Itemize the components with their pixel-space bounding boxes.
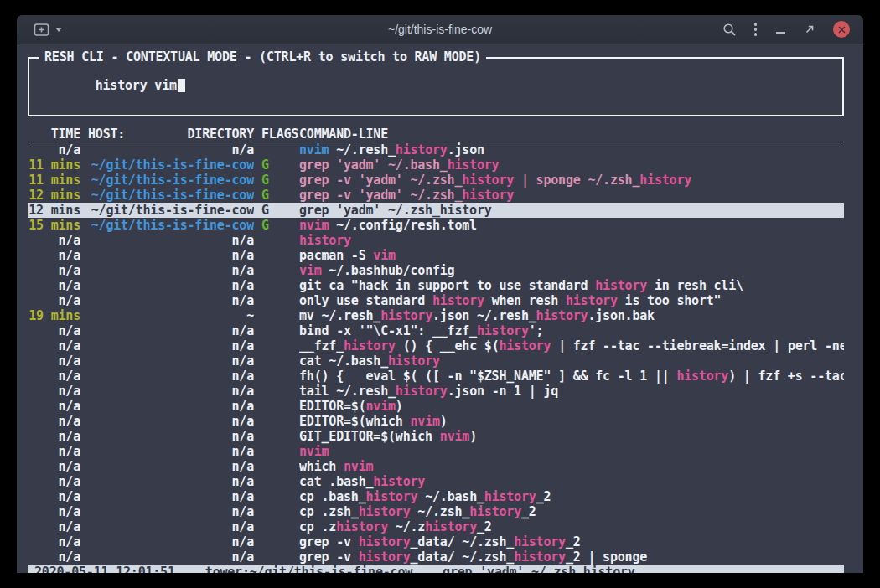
match-text: nvim — [299, 218, 329, 233]
row-command: vim ~/.bashhub/config — [299, 263, 844, 278]
row-host-directory: n/a — [88, 323, 254, 338]
row-flags — [261, 278, 292, 293]
row-host-directory: n/a — [88, 278, 254, 293]
command-text: _2 — [521, 504, 536, 519]
history-row[interactable]: n/an/acp .bash_history ~/.bash_history_2 — [28, 489, 844, 504]
restore-button[interactable] — [804, 23, 815, 35]
row-time: n/a — [28, 338, 80, 353]
row-flags — [261, 549, 292, 565]
history-row[interactable]: n/an/avim ~/.bashhub/config — [28, 263, 844, 278]
row-time: n/a — [28, 293, 80, 308]
row-flags — [261, 293, 292, 308]
row-host-directory: ~/git/this-is-fine-cow — [88, 188, 254, 203]
search-query-input[interactable]: history vim — [36, 63, 836, 108]
match-text: history — [299, 233, 351, 248]
row-host-directory: n/a — [88, 489, 254, 504]
row-time: n/a — [28, 459, 80, 474]
row-time: n/a — [28, 549, 80, 565]
history-row[interactable]: 19 mins~mv ~/.resh_history.json ~/.resh_… — [28, 308, 844, 323]
history-row[interactable]: 15 mins~/git/this-is-fine-cowGnvim ~/.co… — [28, 218, 844, 233]
close-button[interactable] — [833, 21, 850, 38]
command-text: ) — [440, 414, 448, 429]
row-command: nvim — [299, 444, 844, 459]
search-box[interactable]: RESH CLI - CONTEXTUAL MODE - (CTRL+R to … — [28, 57, 844, 116]
history-row[interactable]: n/an/anvim ~/.resh_history.json — [28, 142, 844, 157]
history-row[interactable]: n/an/aonly use standard history when res… — [28, 293, 844, 308]
match-text: history — [514, 549, 566, 565]
row-time: n/a — [28, 278, 80, 293]
row-time: 11 mins — [28, 157, 80, 173]
row-command: GIT_EDITOR=$(which nvim) — [299, 429, 844, 444]
terminal-window: ~/git/this-is-fine-cow — [17, 15, 863, 573]
new-tab-icon — [34, 23, 49, 37]
row-host-directory: n/a — [88, 504, 254, 519]
history-row[interactable]: n/an/agit ca "hack in support to use sta… — [28, 278, 844, 293]
history-row[interactable]: n/an/acat ~/.bash_history — [28, 353, 844, 369]
history-row[interactable]: n/an/aEDITOR=$(which nvim) — [28, 414, 844, 429]
row-time: n/a — [28, 369, 80, 384]
row-host-directory: n/a — [88, 519, 254, 534]
match-text: history — [425, 519, 477, 534]
history-row[interactable]: n/an/aGIT_EDITOR=$(which nvim) — [28, 429, 844, 444]
history-row[interactable]: n/an/acp .zhistory ~/.zhistory_2 — [28, 519, 844, 534]
history-row[interactable]: 12 mins~/git/this-is-fine-cowGgrep 'yadm… — [28, 203, 844, 218]
history-row[interactable]: n/an/afh() { eval $( ([ -n "$ZSH_NAME" ]… — [28, 369, 844, 384]
history-row[interactable]: n/an/agrep -v history_data/ ~/.zsh_histo… — [28, 534, 844, 549]
command-text: | fzf --tac --tiebreak=index | perl -ne — [551, 338, 844, 353]
row-command: grep 'yadm' ~/.zsh_history — [299, 203, 844, 218]
row-time: 11 mins — [28, 173, 80, 188]
tab-dropdown-button[interactable] — [55, 23, 62, 35]
row-host-directory: n/a — [88, 233, 254, 248]
history-row[interactable]: 11 mins~/git/this-is-fine-cowGgrep 'yadm… — [28, 157, 844, 173]
header-time: TIME — [28, 126, 80, 142]
search-button[interactable] — [722, 23, 737, 37]
row-flags — [261, 474, 292, 489]
row-host-directory: n/a — [88, 369, 254, 384]
match-text: history — [336, 519, 388, 534]
row-host-directory: n/a — [88, 399, 254, 414]
command-text: .json ~/.resh_ — [432, 308, 536, 323]
history-row[interactable]: n/an/apacman -S vim — [28, 248, 844, 263]
match-text: nvim — [440, 429, 469, 444]
row-command: cat .bash_history — [299, 474, 844, 489]
command-text: _2 — [536, 489, 551, 504]
row-host-directory: n/a — [88, 444, 254, 459]
match-text: history — [469, 504, 521, 519]
history-row[interactable]: 11 mins~/git/this-is-fine-cowGgrep -v 'y… — [28, 173, 844, 188]
history-row[interactable]: n/an/anvim — [28, 444, 844, 459]
row-command: nvim ~/.config/resh.toml — [299, 218, 844, 233]
command-text: .json.bak — [588, 308, 654, 323]
history-row[interactable]: n/an/abind -x '"\C-x1": __fzf_history'; — [28, 323, 844, 338]
kebab-menu-icon — [754, 23, 758, 26]
command-text: pacman -S — [299, 248, 373, 263]
command-text: .json -n 1 | jq — [448, 384, 558, 399]
history-row[interactable]: n/an/ahistory — [28, 233, 844, 248]
row-command: tail ~/.resh_history.json -n 1 | jq — [299, 384, 844, 399]
row-command: grep -v history_data/ ~/.zsh_history_2 — [299, 534, 844, 549]
row-host-directory: n/a — [88, 248, 254, 263]
match-text: history — [448, 157, 500, 173]
new-tab-button[interactable] — [34, 23, 49, 37]
match-text: history — [373, 474, 425, 489]
command-text: cat .bash_ — [299, 474, 373, 489]
match-text: history — [396, 142, 448, 157]
row-command: cp .bash_history ~/.bash_history_2 — [299, 489, 844, 504]
history-row[interactable]: n/an/atail ~/.resh_history.json -n 1 | j… — [28, 384, 844, 399]
history-row[interactable]: n/an/awhich nvim — [28, 459, 844, 474]
history-row[interactable]: n/an/acat .bash_history — [28, 474, 844, 489]
row-command: EDITOR=$(which nvim) — [299, 414, 844, 429]
command-text: ) | fzf +s --tac — [728, 369, 844, 384]
match-text: history — [566, 293, 618, 308]
history-row[interactable]: n/an/agrep -v history_data/ ~/.zsh_histo… — [28, 549, 844, 565]
minimize-button[interactable] — [774, 23, 786, 36]
history-row[interactable]: 12 mins~/git/this-is-fine-cowGgrep -v 'y… — [28, 188, 844, 203]
command-text: _data/ ~/.zsh_ — [410, 534, 514, 549]
history-row[interactable]: n/an/aEDITOR=$(nvim) — [28, 399, 844, 414]
command-text: is too short" — [618, 293, 722, 308]
row-command: cp .zhistory ~/.zhistory_2 — [299, 519, 844, 534]
titlebar[interactable]: ~/git/this-is-fine-cow — [17, 15, 863, 44]
history-row[interactable]: n/an/a__fzf_history () { __ehc $(history… — [28, 338, 844, 353]
history-row[interactable]: n/an/acp .zsh_history ~/.zsh_history_2 — [28, 504, 844, 519]
row-flags — [261, 414, 292, 429]
menu-button[interactable] — [754, 23, 758, 36]
